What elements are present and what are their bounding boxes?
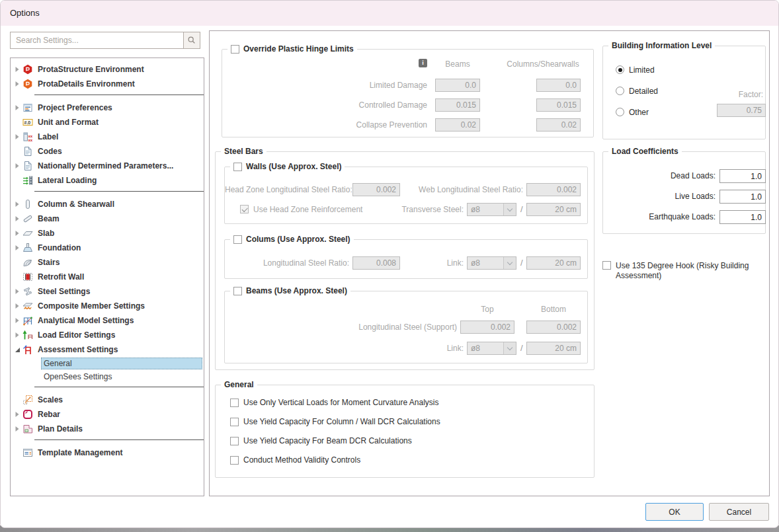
chevron-down-icon [507, 345, 512, 350]
sidebar-item-protadetails-environment[interactable]: ProtaDetails Environment [11, 77, 204, 91]
tree-separator [34, 95, 204, 95]
row-label: Controlled Damage [321, 98, 427, 112]
field-label: Link: [384, 342, 464, 355]
group-caption: Steel Bars [224, 146, 263, 157]
sidebar-item-slab[interactable]: Slab [11, 226, 204, 241]
title-bar[interactable]: Options [1, 1, 778, 26]
chevron-right-icon [15, 288, 20, 295]
chevron-down-icon [507, 206, 512, 211]
chevron-right-icon [15, 81, 20, 87]
live-loads-input[interactable] [719, 190, 766, 204]
load-coefficients-group: Load Coefficients Dead Loads: Live Loads… [602, 151, 766, 234]
sidebar-item-scales[interactable]: Scales [11, 393, 204, 407]
sidebar-item-beam[interactable]: Beam [11, 211, 204, 226]
controlled-damage-columns-input [536, 98, 581, 112]
sidebar-item-template-management[interactable]: Template Management [11, 445, 204, 460]
controlled-damage-beams-input [435, 98, 480, 112]
transverse-diameter-dropdown: ø8 [467, 203, 516, 216]
beam-link-diameter-dropdown: ø8 [467, 342, 516, 355]
sidebar-item-column-shearwall[interactable]: Column & Shearwall [11, 197, 204, 211]
template-management-icon [22, 447, 34, 458]
yield-capacity-column-wall-dcr-checkbox[interactable] [230, 418, 239, 426]
sidebar-item-load-editor-settings[interactable]: Load Editor Settings [11, 328, 204, 342]
stairs-icon [22, 257, 34, 268]
sidebar-item-lateral-loading[interactable]: Lateral Loading [11, 173, 204, 188]
retrofit-wall-icon [22, 272, 34, 282]
chevron-right-icon [15, 245, 20, 251]
search-input[interactable] [11, 32, 183, 48]
detailed-radio[interactable] [616, 87, 624, 95]
rebar-icon [22, 409, 34, 420]
group-caption: General [224, 379, 254, 390]
sidebar-item-stairs[interactable]: Stairs [11, 255, 204, 270]
sidebar-item-opensees-settings[interactable]: OpenSees Settings [11, 370, 204, 383]
svg-text:#.0: #.0 [24, 120, 31, 125]
column-shearwall-icon [22, 199, 34, 209]
search-button[interactable] [183, 32, 200, 48]
vertical-loads-moment-curvature-checkbox[interactable] [230, 399, 239, 407]
chevron-right-icon [15, 230, 20, 237]
sidebar-item-unit-and-format[interactable]: #.0 Unit and Format [11, 115, 204, 130]
sidebar-item-protastructure-environment[interactable]: ProtaStructure Environment [11, 62, 204, 77]
group-caption: Beams (Use Approx. Steel) [246, 285, 347, 296]
prota-structure-icon [22, 64, 34, 75]
sidebar-item-plan-details[interactable]: Plan Details [11, 422, 204, 436]
override-plastic-hinge-checkbox[interactable] [231, 45, 239, 54]
radio-label: Limited [629, 63, 655, 77]
group-caption: Colums (Use Approx. Steel) [246, 234, 350, 245]
sidebar-item-general[interactable]: General [11, 357, 204, 370]
sidebar-item-rebar[interactable]: Rebar [11, 407, 204, 422]
project-preferences-icon [22, 102, 34, 113]
sidebar-item-label[interactable]: xxxx Label [11, 130, 204, 144]
yield-capacity-beam-dcr-checkbox[interactable] [230, 437, 239, 445]
field-label: Dead Loads: [603, 169, 716, 182]
sidebar-item-steel-settings[interactable]: Steel Settings [11, 284, 204, 299]
settings-panel: Override Plastic Hinge Limits i Beams Co… [209, 30, 770, 496]
field-label: Head Zone Longitudinal Steel Ratio: [225, 183, 349, 196]
cancel-button[interactable]: Cancel [709, 503, 769, 521]
limited-radio[interactable] [616, 65, 624, 74]
column-header: Top [460, 305, 514, 314]
label-icon: xxxx [22, 132, 34, 142]
chevron-right-icon [15, 201, 20, 208]
chevron-right-icon [15, 411, 20, 418]
unit-format-icon: #.0 [22, 117, 34, 128]
method-validity-controls-checkbox[interactable] [230, 456, 239, 465]
walls-approx-steel-group: Walls (Use Approx. Steel) Head Zone Long… [224, 167, 588, 224]
sidebar-item-retrofit-wall[interactable]: Retrofit Wall [11, 270, 204, 284]
columns-approx-steel-checkbox[interactable] [233, 235, 242, 244]
column-header: Bottom [526, 305, 581, 314]
use-135-degree-hook-checkbox[interactable] [602, 261, 611, 270]
ok-button[interactable]: OK [645, 503, 704, 521]
earthquake-loads-input[interactable] [719, 210, 766, 224]
sidebar-item-nationally-determined-parameters[interactable]: Nationally Determined Parameters... [11, 159, 204, 173]
dropdown-arrow-button [503, 257, 516, 269]
tree-separator [34, 439, 204, 440]
beam-icon [22, 213, 34, 224]
dead-loads-input[interactable] [719, 169, 766, 183]
factor-input [717, 104, 766, 117]
sidebar-item-assessment-settings[interactable]: Assessment Settings [11, 342, 204, 357]
sidebar-item-project-preferences[interactable]: Project Preferences [11, 100, 204, 115]
override-plastic-hinge-group: Override Plastic Hinge Limits i Beams Co… [222, 49, 594, 137]
svg-text:xx: xx [28, 138, 33, 142]
factor-label: Factor: [697, 88, 763, 101]
slash-separator: / [520, 342, 523, 355]
radio-label: Detailed [629, 85, 658, 98]
search-settings-box [10, 32, 200, 49]
row-label: Limited Damage [321, 79, 427, 92]
beams-approx-steel-checkbox[interactable] [233, 287, 242, 295]
sidebar-item-composite-member-settings[interactable]: Composite Member Settings [11, 299, 204, 313]
lateral-loading-icon [22, 175, 34, 186]
other-radio[interactable] [616, 108, 624, 116]
sidebar-item-codes[interactable]: Codes [11, 144, 204, 159]
walls-approx-steel-checkbox[interactable] [233, 163, 242, 171]
group-caption: Walls (Use Approx. Steel) [246, 161, 341, 172]
sidebar-item-foundation[interactable]: Foundation [11, 241, 204, 255]
limited-damage-beams-input [435, 79, 480, 92]
sidebar-item-analytical-model-settings[interactable]: Analytical Model Settings [11, 313, 204, 328]
slash-separator: / [520, 256, 523, 270]
field-label: Longitudinal Steel Ratio: [225, 256, 349, 270]
chevron-right-icon [15, 303, 20, 309]
support-top-input [460, 321, 514, 334]
